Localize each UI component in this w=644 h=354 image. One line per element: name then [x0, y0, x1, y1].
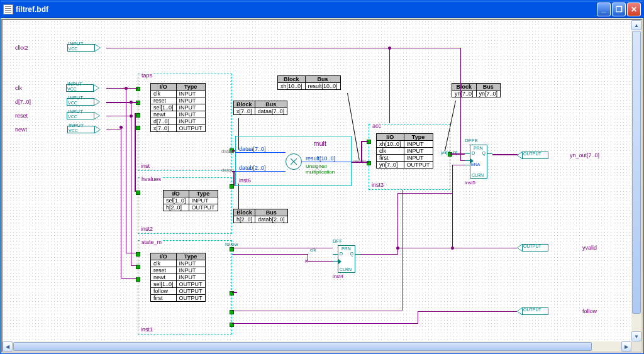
close-button[interactable]: ✕ — [627, 3, 641, 16]
wire — [397, 193, 453, 194]
output-pin-icon: OUTPUT — [517, 243, 555, 253]
port-label: datab[2..0] — [239, 165, 266, 171]
wire — [126, 253, 137, 253]
wire — [232, 292, 237, 293]
block-inst: inst1 — [141, 326, 153, 333]
mult-title: mult — [313, 140, 326, 147]
wire — [126, 88, 126, 253]
maximize-button[interactable]: ❐ — [612, 3, 626, 16]
horizontal-scrollbar[interactable]: ◀ ▶ — [3, 341, 631, 351]
wire — [106, 102, 138, 103]
scroll-right-button[interactable]: ▶ — [621, 341, 631, 351]
pin-reset[interactable]: reset INPUTVCC — [15, 111, 106, 121]
acc-io-table: I/OType xh[10..0]INPUT clkINPUT firstINP… — [376, 133, 433, 169]
pin-label: d[7..0] — [15, 99, 31, 105]
wire — [106, 88, 138, 89]
pin-follow[interactable]: OUTPUT follow — [517, 306, 597, 316]
block-inst: inst2 — [141, 226, 153, 232]
scroll-up-button[interactable]: ▲ — [631, 20, 641, 30]
port-label: result[10..0] — [306, 155, 335, 162]
file-icon — [3, 4, 13, 14]
wire — [308, 261, 333, 262]
block-inst: inst3 — [372, 182, 384, 188]
output-pin-icon: OUTPUT — [517, 150, 555, 160]
bus-table-xh: BlockBus xh[10..0]result[10..0] — [277, 75, 341, 90]
wire — [121, 127, 121, 278]
block-title: hvalues — [141, 176, 162, 182]
wire — [389, 48, 390, 123]
bus-table-yn: BlockBus yn[7..0]yn[7..0] — [452, 83, 501, 97]
multiplier-icon — [286, 153, 302, 170]
pin-label: newt — [15, 126, 27, 133]
wire — [361, 141, 362, 162]
input-pin-icon: INPUTVCC — [67, 111, 106, 121]
wire — [232, 323, 418, 324]
vertical-scrollbar[interactable]: ▲ ▼ — [631, 20, 641, 341]
titlebar[interactable]: filtref.bdf _ ❐ ✕ — [1, 1, 643, 18]
input-pin-icon: INPUTVCC — [66, 83, 105, 93]
wire — [135, 113, 136, 192]
pin-clk[interactable]: clk INPUTVCC — [15, 83, 105, 93]
pin-label: reset — [15, 113, 28, 119]
wire — [361, 141, 369, 142]
pin-yn-out[interactable]: OUTPUT yn_out[7..0] — [517, 150, 599, 160]
wire — [460, 48, 461, 161]
wire — [418, 311, 517, 312]
hvalues-io-table: I/OType sel[1..0]INPUT h[2..0]OUTPUT — [163, 190, 218, 211]
output-pin-icon: OUTPUT — [517, 306, 555, 316]
wire-junction — [396, 246, 399, 250]
wire — [232, 311, 402, 311]
leader-line — [238, 184, 239, 209]
wire — [397, 193, 398, 255]
port-wire — [302, 162, 352, 162]
block-inst: inst — [141, 163, 150, 169]
scroll-thumb[interactable] — [13, 342, 592, 351]
minimize-button[interactable]: _ — [597, 3, 611, 16]
component-mult[interactable]: mult dataa dataa[7..0] datab datab[2..0]… — [235, 136, 352, 186]
bus-table-h: BlockBus h[2..0]datab[2..0] — [233, 209, 288, 223]
window-title: filtref.bdf — [16, 5, 48, 14]
port-label: dataa[7..0] — [239, 146, 266, 152]
wire — [450, 153, 465, 155]
dff-inst: inst5 — [465, 180, 475, 185]
wire-junction — [388, 47, 391, 50]
schematic-canvas[interactable]: clkx2 INPUTVCC clk INPUTVCC d[7..0] INPU… — [3, 20, 631, 341]
taps-io-table: I/OType clkINPUT resetINPUT sel[1..0]INP… — [150, 83, 206, 132]
dff-label: DFF — [333, 238, 343, 244]
port-wire — [235, 152, 286, 153]
wire — [402, 190, 402, 311]
block-title: taps — [141, 72, 153, 79]
input-pin-icon: INPUTVCC — [67, 97, 106, 107]
scroll-thumb[interactable] — [632, 31, 641, 314]
component-dffe[interactable]: DFFE PRN CLRN DQ ENA inst5 — [465, 145, 492, 190]
wire — [397, 248, 517, 248]
pin-clkx2[interactable]: clkx2 INPUTVCC — [15, 43, 106, 53]
pin-newt[interactable]: newt INPUTVCC — [15, 124, 106, 135]
wire — [232, 150, 235, 152]
pin-d[interactable]: d[7..0] INPUTVCC — [15, 97, 106, 107]
wire-junction — [119, 126, 123, 129]
mult-inst: inst6 — [239, 177, 251, 184]
wire — [131, 265, 137, 266]
port-wire — [235, 171, 286, 172]
input-pin-icon: INPUTVCC — [67, 43, 106, 53]
mult-note: Unsigned multiplication — [306, 163, 335, 175]
net-label: follow — [225, 241, 238, 247]
wire — [233, 171, 235, 186]
scroll-down-button[interactable]: ▼ — [631, 331, 641, 341]
wire-junction — [451, 246, 454, 250]
pin-yvalid[interactable]: OUTPUT yvalid — [517, 243, 597, 253]
wire — [492, 154, 518, 155]
wire — [360, 254, 398, 255]
scroll-left-button[interactable]: ◀ — [3, 341, 13, 351]
wire-junction — [125, 87, 128, 90]
dff-inst: inst4 — [333, 274, 343, 279]
component-dff[interactable]: DFF PRNCLRNDQ inst4 — [333, 245, 360, 283]
wire — [106, 130, 121, 130]
wire — [389, 48, 460, 48]
scroll-corner — [631, 341, 641, 351]
canvas-container: clkx2 INPUTVCC clk INPUTVCC d[7..0] INPU… — [1, 19, 643, 353]
block-title: state_m — [141, 239, 162, 245]
state-m-io-table: I/OType clkINPUT resetINPUT newtINPUT se… — [150, 253, 206, 302]
block-title: acc — [372, 123, 382, 129]
